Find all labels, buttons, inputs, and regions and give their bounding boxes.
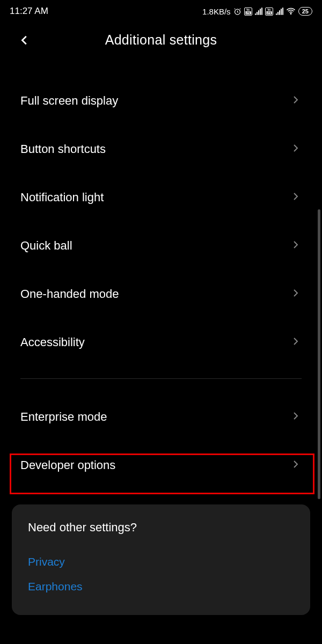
wifi-icon [286, 6, 296, 16]
settings-row-label: One-handed mode [20, 287, 119, 301]
card-link-privacy[interactable]: Privacy [28, 550, 294, 574]
svg-point-1 [290, 13, 291, 14]
settings-row-label: Enterprise mode [20, 410, 107, 424]
settings-list: Full screen display Button shortcuts Not… [0, 61, 322, 615]
volte-icon-2: VoLTE [265, 8, 273, 16]
signal-icon-2 [276, 8, 283, 15]
status-bar: 11:27 AM 1.8KB/s VoLTE VoLTE 25 [0, 0, 322, 19]
settings-row-enterprise-mode[interactable]: Enterprise mode [0, 393, 322, 441]
header: Additional settings [0, 19, 322, 61]
settings-row-developer-options[interactable]: Developer options [0, 441, 322, 489]
page-title: Additional settings [16, 32, 306, 48]
chevron-right-icon [291, 288, 301, 300]
card-link-earphones[interactable]: Earphones [28, 574, 294, 599]
chevron-left-icon [19, 34, 31, 46]
settings-row-full-screen-display[interactable]: Full screen display [0, 77, 322, 125]
chevron-right-icon [291, 143, 301, 155]
settings-row-notification-light[interactable]: Notification light [0, 173, 322, 222]
status-data-rate: 1.8KB/s [202, 7, 231, 16]
settings-row-label: Full screen display [20, 94, 118, 108]
settings-row-label: Accessibility [20, 335, 85, 349]
chevron-right-icon [291, 336, 301, 348]
settings-row-quick-ball[interactable]: Quick ball [0, 222, 322, 270]
settings-row-label: Notification light [20, 191, 104, 204]
settings-row-button-shortcuts[interactable]: Button shortcuts [0, 125, 322, 173]
card-title: Need other settings? [28, 521, 294, 535]
chevron-right-icon [291, 459, 301, 471]
scrollbar[interactable] [318, 209, 320, 499]
settings-row-accessibility[interactable]: Accessibility [0, 318, 322, 367]
other-settings-card: Need other settings? Privacy Earphones [12, 504, 310, 615]
back-button[interactable] [16, 32, 33, 49]
settings-row-label: Button shortcuts [20, 142, 106, 156]
alarm-icon [233, 8, 241, 16]
settings-row-label: Quick ball [20, 239, 72, 253]
chevron-right-icon [291, 192, 301, 203]
chevron-right-icon [291, 411, 301, 423]
divider [20, 378, 302, 379]
settings-row-label: Developer options [20, 458, 115, 472]
signal-icon-1 [255, 8, 262, 15]
status-time: 11:27 AM [10, 6, 48, 17]
volte-icon-1: VoLTE [244, 8, 252, 16]
chevron-right-icon [291, 240, 301, 252]
chevron-right-icon [291, 95, 301, 107]
battery-indicator: 25 [298, 7, 312, 16]
settings-row-one-handed-mode[interactable]: One-handed mode [0, 270, 322, 318]
